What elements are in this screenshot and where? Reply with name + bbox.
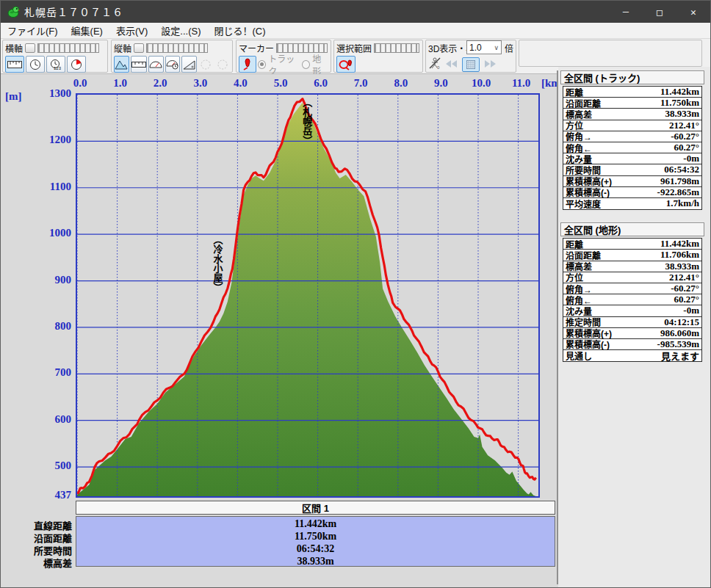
ghost-icon-2	[217, 59, 228, 70]
section-value: 38.933m	[76, 556, 555, 568]
svg-text:0: 0	[437, 65, 440, 70]
y-tick-label: 437	[27, 489, 71, 501]
stat-label: 平均速度	[566, 197, 601, 210]
stat-value: 06:54:32	[664, 164, 699, 175]
stat-row: 見通し見えます	[563, 350, 701, 361]
window-title: 札幌岳１７０７１６	[24, 4, 123, 19]
walker-3d-button[interactable]: 0	[428, 57, 441, 73]
vaxis-group: 縦軸	[111, 40, 233, 73]
y-tick-label: 600	[27, 413, 71, 426]
speed-value: 1.0	[469, 43, 482, 53]
vaxis-extra1-button	[198, 56, 213, 73]
clock-pie-icon	[71, 59, 82, 70]
marker-pen-button[interactable]	[239, 56, 256, 73]
menu-item-0[interactable]: ファイル(F)	[1, 22, 65, 39]
x-tick-label: 5.0	[268, 77, 293, 90]
empty-group	[519, 40, 702, 67]
haxis-distance-button[interactable]	[5, 56, 24, 73]
x-tick-label: 2.0	[148, 77, 173, 90]
clock-number-icon: 123	[49, 59, 62, 70]
selection-label: 選択範囲	[336, 42, 372, 54]
elevation-plot[interactable]: （札幌岳）（冷水小屋）	[76, 93, 540, 498]
stat-value: 11.442km	[660, 86, 699, 98]
ruler-small-icon	[131, 60, 146, 69]
stat-label: 累積標高(-)	[566, 338, 610, 350]
selection-marker-button[interactable]	[336, 56, 356, 73]
selection-group: 選択範囲	[333, 40, 423, 73]
haxis-time-number-button[interactable]: 123	[46, 56, 65, 73]
vaxis-option-button[interactable]	[134, 43, 144, 53]
section-value: 11.442km	[76, 518, 555, 531]
menu-item-3[interactable]: 設定...(S)	[154, 22, 207, 39]
stat-value: -60.27°	[671, 283, 699, 294]
minimize-button[interactable]: ─	[609, 1, 643, 23]
pause-icon	[466, 60, 475, 69]
elevation-profile-svg: （札幌岳）（冷水小屋）	[77, 95, 538, 496]
pause-button[interactable]	[462, 57, 480, 72]
ruler-icon	[7, 60, 22, 69]
panel-header-0: 全区間 (トラック)	[560, 70, 704, 84]
vaxis-slope-button[interactable]	[181, 56, 197, 73]
rewind-button[interactable]	[445, 58, 458, 71]
y-tick-label: 900	[27, 274, 71, 286]
gauge-icon	[149, 59, 162, 69]
stat-value: 1.7km/h	[666, 197, 699, 209]
vaxis-zoom-slider[interactable]	[146, 43, 208, 53]
vaxis-elevation-button[interactable]	[114, 56, 129, 73]
walker-3d-icon: 0	[428, 57, 441, 70]
marker-group: マーカー トラック 地形	[236, 40, 331, 73]
forward-button[interactable]	[483, 58, 497, 71]
title-bar: 札幌岳１７０７１６ ─ □ ✕	[1, 1, 710, 23]
haxis-option-button[interactable]	[25, 43, 35, 53]
x-tick-label: 10.0	[469, 77, 494, 90]
x-tick-label: 4.0	[228, 77, 253, 90]
stat-value: 212.41°	[669, 120, 699, 131]
haxis-time-pie-button[interactable]	[67, 56, 86, 73]
stat-value: 38.933m	[665, 108, 699, 120]
x-tick-label: 7.0	[348, 77, 373, 90]
stat-row: 標高差38.933m	[563, 109, 701, 120]
vaxis-label: 縦軸	[114, 42, 131, 54]
stat-value: 04:12:15	[664, 316, 699, 328]
mountain-icon	[115, 59, 128, 70]
panel-header-1: 全区間 (地形)	[560, 222, 704, 236]
annotation-label: （冷水小屋）	[212, 235, 224, 292]
menu-bar: ファイル(F)編集(E)表示(V)設定...(S)閉じる！(C)	[1, 23, 710, 39]
annotation-label: （札幌岳）	[301, 98, 313, 145]
marker-terrain-radio[interactable]: 地形	[302, 52, 328, 77]
forward-icon	[483, 59, 497, 68]
vaxis-pace-button[interactable]	[165, 56, 181, 73]
haxis-zoom-slider[interactable]	[37, 43, 99, 53]
menu-item-2[interactable]: 表示(V)	[109, 22, 154, 39]
maximize-button[interactable]: □	[643, 1, 676, 23]
selection-slider[interactable]	[374, 43, 419, 53]
vaxis-speed-button[interactable]	[148, 56, 164, 73]
marker-track-radio-label: トラック	[268, 52, 300, 77]
stat-row: 累積標高(-)-922.865m	[563, 187, 701, 198]
radio-on-icon	[258, 60, 266, 69]
menu-item-4[interactable]: 閉じる！(C)	[207, 22, 272, 39]
y-tick-label: 700	[27, 366, 71, 379]
stat-table-0: 距離11.442km沿面距離11.750km標高差38.933m方位212.41…	[563, 86, 702, 210]
haxis-time-button[interactable]	[26, 56, 45, 73]
menu-item-1[interactable]: 編集(E)	[65, 22, 109, 39]
y-tick-label: 1000	[27, 227, 71, 239]
section-row-label: 標高差	[1, 556, 72, 570]
close-button[interactable]: ✕	[676, 1, 710, 23]
stat-table-1: 距離11.442km沿面距離11.706km標高差38.933m方位212.41…	[563, 238, 702, 362]
app-bird-icon	[7, 5, 20, 18]
marker-terrain-radio-label: 地形	[312, 52, 328, 77]
speed-unit-label: 倍	[505, 42, 513, 54]
speed-select[interactable]: 1.0 ∨	[466, 40, 502, 54]
vaxis-distance-button[interactable]	[131, 56, 147, 73]
marker-track-radio[interactable]: トラック	[258, 52, 300, 77]
stat-value: -922.865m	[657, 186, 699, 198]
haxis-group: 横軸	[2, 40, 108, 73]
section-values-block: 11.442km11.750km06:54:3238.933m	[76, 516, 555, 567]
marker-pen-icon	[243, 58, 252, 70]
stat-value: 11.706km	[660, 249, 699, 261]
y-tick-label: 500	[27, 460, 71, 472]
x-tick-label: 11.0	[509, 77, 534, 90]
section-value: 11.750km	[76, 531, 555, 543]
stat-value: 38.933m	[665, 261, 699, 272]
